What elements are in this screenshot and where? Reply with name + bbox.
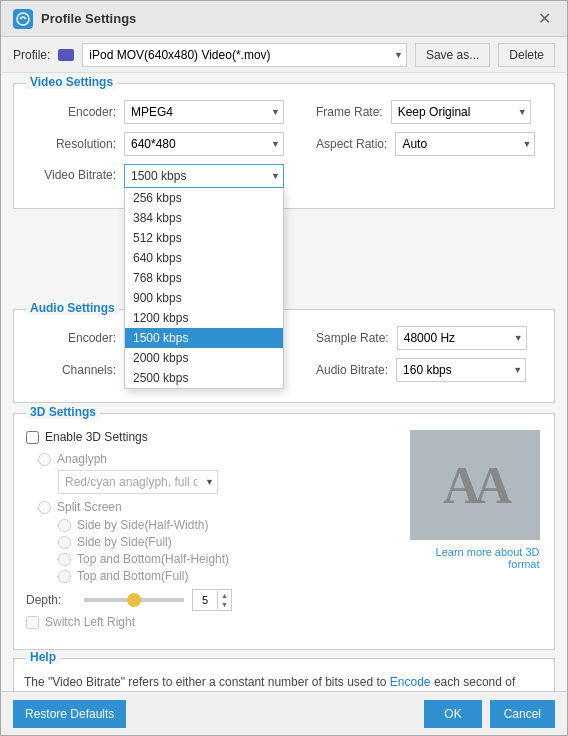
audio-settings-title: Audio Settings: [26, 301, 119, 315]
aspect-ratio-select[interactable]: Auto: [395, 132, 535, 156]
anaglyph-type-wrapper: Red/cyan anaglyph, full color ▼: [58, 470, 218, 494]
bitrate-trigger[interactable]: 1500 kbps ▼: [124, 164, 284, 188]
audio-settings-section: Audio Settings Encoder: ▼ Sample Rate: 4…: [13, 309, 555, 403]
audio-settings-content: Encoder: ▼ Sample Rate: 48000 Hz ▼: [14, 310, 554, 402]
anaglyph-row: Anaglyph: [26, 452, 395, 466]
profile-icon: [58, 49, 74, 61]
enable-3d-row: Enable 3D Settings: [26, 430, 395, 444]
content-area: Video Settings Encoder: MPEG4 ▼ Frame Ra…: [1, 73, 567, 691]
video-settings-section: Video Settings Encoder: MPEG4 ▼ Frame Ra…: [13, 83, 555, 209]
encoder-select-wrapper: MPEG4 ▼: [124, 100, 284, 124]
audio-bitrate-select-wrapper: 160 kbps ▼: [396, 358, 526, 382]
audio-encoder-label: Encoder:: [26, 331, 116, 345]
top-bottom-half-label: Top and Bottom(Half-Height): [77, 552, 229, 566]
profile-select[interactable]: iPod MOV(640x480) Video(*.mov): [82, 43, 407, 67]
bottom-bar: Restore Defaults OK Cancel: [1, 691, 567, 735]
enable-3d-checkbox[interactable]: [26, 431, 39, 444]
close-button[interactable]: ✕: [534, 9, 555, 29]
frame-rate-select-wrapper: Keep Original ▼: [391, 100, 531, 124]
channels-label: Channels:: [26, 363, 116, 377]
bitrate-option-256[interactable]: 256 kbps: [125, 188, 283, 208]
title-bar-left: Profile Settings: [13, 9, 136, 29]
bitrate-option-2500[interactable]: 2500 kbps: [125, 368, 283, 388]
bitrate-dropdown-list: 256 kbps 384 kbps 512 kbps 640 kbps 768 …: [124, 188, 284, 389]
sample-rate-label: Sample Rate:: [316, 331, 389, 345]
audio-encoder-samplerate-row: Encoder: ▼ Sample Rate: 48000 Hz ▼: [26, 326, 542, 350]
encoder-label: Encoder:: [26, 105, 116, 119]
split-screen-label: Split Screen: [57, 500, 122, 514]
bitrate-option-900[interactable]: 900 kbps: [125, 288, 283, 308]
anaglyph-radio[interactable]: [38, 453, 51, 466]
bitrate-option-512[interactable]: 512 kbps: [125, 228, 283, 248]
bitrate-value: 1500 kbps: [131, 169, 186, 183]
top-bottom-half-row: Top and Bottom(Half-Height): [26, 552, 395, 566]
side-by-side-half-radio[interactable]: [58, 519, 71, 532]
anaglyph-type-select[interactable]: Red/cyan anaglyph, full color: [58, 470, 218, 494]
delete-button[interactable]: Delete: [498, 43, 555, 67]
depth-arrows: ▲ ▼: [217, 591, 231, 609]
help-section: Help The "Video Bitrate" refers to eithe…: [13, 658, 555, 691]
side-by-side-full-label: Side by Side(Full): [77, 535, 172, 549]
depth-down-arrow[interactable]: ▼: [218, 600, 231, 609]
side-by-side-half-label: Side by Side(Half-Width): [77, 518, 208, 532]
bitrate-option-768[interactable]: 768 kbps: [125, 268, 283, 288]
split-screen-radio[interactable]: [38, 501, 51, 514]
ok-button[interactable]: OK: [424, 700, 481, 728]
video-bitrate-dropdown[interactable]: 1500 kbps ▼ 256 kbps 384 kbps 512 kbps 6…: [124, 164, 284, 188]
switch-lr-row: Switch Left Right: [26, 615, 395, 629]
top-bottom-half-radio[interactable]: [58, 553, 71, 566]
bitrate-option-640[interactable]: 640 kbps: [125, 248, 283, 268]
preview-text: AA: [443, 456, 506, 515]
save-as-button[interactable]: Save as...: [415, 43, 490, 67]
top-bottom-full-radio[interactable]: [58, 570, 71, 583]
3d-settings-content: Enable 3D Settings Anaglyph Red/cyan ana…: [14, 414, 554, 649]
depth-row: Depth: 5 ▲ ▼: [26, 589, 395, 611]
encoder-framerate-row: Encoder: MPEG4 ▼ Frame Rate: Keep Origin…: [26, 100, 542, 124]
bitrate-option-1200[interactable]: 1200 kbps: [125, 308, 283, 328]
profile-bar: Profile: iPod MOV(640x480) Video(*.mov) …: [1, 37, 567, 73]
resolution-select-wrapper: 640*480 ▼: [124, 132, 284, 156]
sample-rate-select-wrapper: 48000 Hz ▼: [397, 326, 527, 350]
ok-cancel-group: OK Cancel: [424, 700, 555, 728]
help-highlight: Encode: [390, 675, 431, 689]
bitrate-option-384[interactable]: 384 kbps: [125, 208, 283, 228]
channels-audiobitrate-row: Channels: ▼ Audio Bitrate: 160 kbps ▼: [26, 358, 542, 382]
help-content: The "Video Bitrate" refers to either a c…: [14, 659, 554, 691]
depth-slider[interactable]: [84, 598, 184, 602]
preview-box: AA: [410, 430, 540, 540]
restore-defaults-button[interactable]: Restore Defaults: [13, 700, 126, 728]
switch-lr-checkbox[interactable]: [26, 616, 39, 629]
encoder-select[interactable]: MPEG4: [124, 100, 284, 124]
3d-preview-area: AA Learn more about 3D format: [407, 430, 542, 637]
anaglyph-label: Anaglyph: [57, 452, 107, 466]
3d-layout: Enable 3D Settings Anaglyph Red/cyan ana…: [26, 430, 542, 637]
svg-point-0: [17, 13, 29, 25]
resolution-select[interactable]: 640*480: [124, 132, 284, 156]
sample-rate-select[interactable]: 48000 Hz: [397, 326, 527, 350]
audio-bitrate-select[interactable]: 160 kbps: [396, 358, 526, 382]
aspect-ratio-select-wrapper: Auto ▼: [395, 132, 535, 156]
video-bitrate-label: Video Bitrate:: [26, 164, 116, 182]
profile-settings-dialog: Profile Settings ✕ Profile: iPod MOV(640…: [0, 0, 568, 736]
learn-more-link[interactable]: Learn more about 3D format: [410, 546, 540, 570]
resolution-aspect-row: Resolution: 640*480 ▼ Aspect Ratio: Auto…: [26, 132, 542, 156]
bitrate-option-2000[interactable]: 2000 kbps: [125, 348, 283, 368]
depth-value: 5: [193, 594, 217, 606]
top-bottom-full-label: Top and Bottom(Full): [77, 569, 188, 583]
audio-bitrate-label: Audio Bitrate:: [316, 363, 388, 377]
side-by-side-full-radio[interactable]: [58, 536, 71, 549]
switch-lr-label: Switch Left Right: [45, 615, 135, 629]
frame-rate-select[interactable]: Keep Original: [391, 100, 531, 124]
side-by-side-full-row: Side by Side(Full): [26, 535, 395, 549]
help-title: Help: [26, 650, 60, 664]
dialog-title: Profile Settings: [41, 11, 136, 26]
title-bar: Profile Settings ✕: [1, 1, 567, 37]
app-icon: [13, 9, 33, 29]
aspect-ratio-label: Aspect Ratio:: [316, 137, 387, 151]
split-screen-row: Split Screen: [26, 500, 395, 514]
bitrate-option-1500[interactable]: 1500 kbps: [125, 328, 283, 348]
depth-up-arrow[interactable]: ▲: [218, 591, 231, 600]
depth-label: Depth:: [26, 593, 76, 607]
resolution-label: Resolution:: [26, 137, 116, 151]
cancel-button[interactable]: Cancel: [490, 700, 555, 728]
